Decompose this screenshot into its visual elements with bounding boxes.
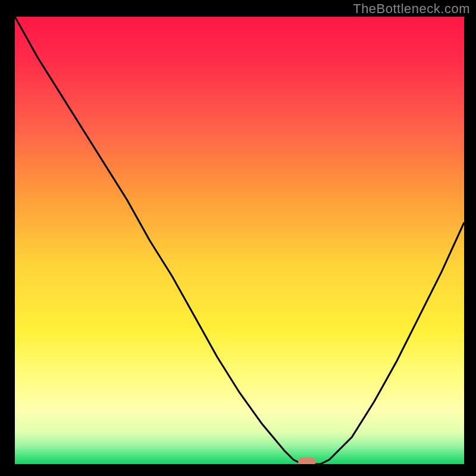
optimal-marker — [298, 458, 316, 464]
bottleneck-curve — [15, 17, 464, 464]
chart-plot-area — [15, 17, 464, 464]
chart-curve — [15, 17, 464, 464]
watermark-text: TheBottleneck.com — [353, 1, 470, 17]
